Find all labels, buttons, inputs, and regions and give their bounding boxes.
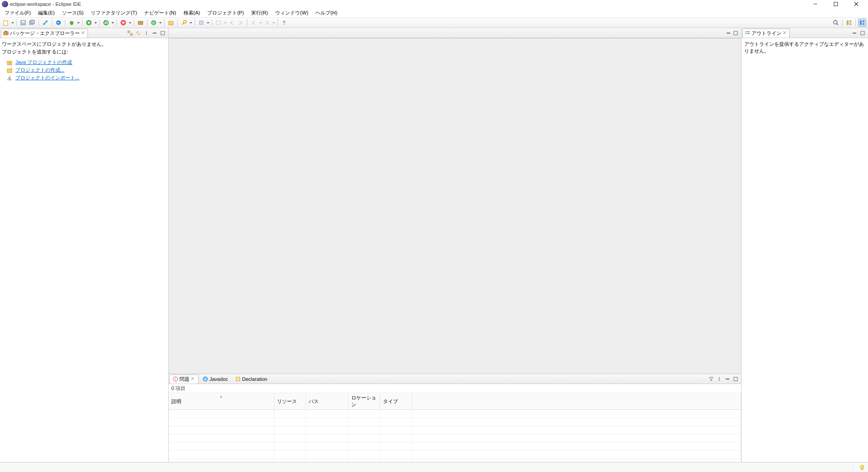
outline-maximize-button[interactable] <box>859 29 866 37</box>
pe-link-create-java-label[interactable]: Java プロジェクトの作成 <box>15 59 72 66</box>
open-perspective-button[interactable] <box>845 19 853 27</box>
menu-edit[interactable]: 編集(E) <box>34 9 58 17</box>
pin-button[interactable] <box>280 19 288 27</box>
pe-link-editor-button[interactable] <box>135 29 142 37</box>
pe-link-create-java[interactable]: J Java プロジェクトの作成 <box>6 59 166 66</box>
build-button[interactable] <box>54 19 63 27</box>
outline-close-icon[interactable] <box>783 31 787 35</box>
problems-table[interactable]: 説明▴ リソース パス ロケーション タイプ <box>169 393 741 462</box>
run-button[interactable] <box>85 19 93 27</box>
editor-minimize-button[interactable] <box>725 29 732 37</box>
problems-filter-button[interactable] <box>708 375 715 383</box>
coverage-button[interactable] <box>102 19 110 27</box>
outline-minimize-button[interactable] <box>851 29 858 37</box>
back-button[interactable] <box>250 19 258 27</box>
pe-link-import-project[interactable]: プロジェクトのインポート... <box>6 74 166 81</box>
package-explorer-tab[interactable]: パッケージ・エクスプローラー <box>1 29 88 38</box>
editor-area[interactable] <box>169 38 741 374</box>
save-button[interactable] <box>19 19 27 27</box>
pe-link-create-project[interactable]: プロジェクトの作成... <box>6 67 166 73</box>
svg-rect-57 <box>745 31 747 32</box>
svg-rect-56 <box>734 377 737 381</box>
tip-of-day-icon[interactable] <box>859 464 865 471</box>
problems-minimize-button[interactable] <box>724 375 731 383</box>
svg-rect-28 <box>860 20 862 25</box>
new-button[interactable] <box>2 19 10 27</box>
tab-declaration[interactable]: Declaration <box>232 375 271 383</box>
svg-rect-55 <box>726 379 729 380</box>
menu-project[interactable]: プロジェクト(P) <box>204 9 247 17</box>
menu-file[interactable]: ファイル(F) <box>1 9 34 17</box>
outline-tab[interactable]: アウトライン <box>742 29 790 38</box>
svg-point-43 <box>10 68 12 70</box>
svg-rect-13 <box>105 22 106 24</box>
svg-point-36 <box>146 33 147 34</box>
forward-dropdown[interactable] <box>272 21 275 25</box>
declaration-icon <box>235 376 241 382</box>
nav-annotation-dropdown[interactable] <box>223 21 227 25</box>
nav-annotation-button[interactable] <box>214 19 223 27</box>
pe-view-menu-button[interactable] <box>143 29 150 37</box>
package-explorer-close-icon[interactable] <box>81 31 86 35</box>
col-description[interactable]: 説明▴ <box>169 393 274 410</box>
tab-javadoc[interactable]: @ Javadoc <box>199 375 231 383</box>
menu-navigate[interactable]: ナビゲート(N) <box>141 9 179 17</box>
new-class-dropdown[interactable] <box>159 21 162 25</box>
bottom-panel: ! 問題 @ Javadoc Declaration <box>169 374 741 462</box>
window-maximize-button[interactable] <box>825 0 846 8</box>
toggle-button[interactable] <box>197 19 205 27</box>
menu-run[interactable]: 実行(R) <box>247 9 272 17</box>
quick-access-search-button[interactable] <box>832 19 840 27</box>
tab-problems[interactable]: ! 問題 <box>170 375 199 384</box>
new-dropdown[interactable] <box>11 21 14 25</box>
new-project-icon <box>6 67 13 73</box>
toggle-dropdown[interactable] <box>206 21 209 25</box>
forward-button[interactable] <box>263 19 271 27</box>
pe-link-import-project-label[interactable]: プロジェクトのインポート... <box>15 74 79 81</box>
new-package-button[interactable] <box>136 19 145 27</box>
svg-rect-64 <box>861 469 863 470</box>
new-class-button[interactable]: C <box>150 19 158 27</box>
pe-collapse-all-button[interactable] <box>126 29 134 37</box>
save-all-button[interactable] <box>28 19 36 27</box>
prev-annotation-button[interactable] <box>228 19 236 27</box>
next-annotation-button[interactable] <box>237 19 245 27</box>
open-type-button[interactable] <box>167 19 175 27</box>
col-location[interactable]: ロケーション <box>348 393 380 410</box>
external-dropdown[interactable] <box>128 21 131 25</box>
window-close-button[interactable] <box>846 0 866 8</box>
menu-help[interactable]: ヘルプ(H) <box>312 9 341 17</box>
pe-maximize-button[interactable] <box>159 29 166 37</box>
search-task-dropdown[interactable] <box>189 21 192 25</box>
tab-problems-close-icon[interactable] <box>191 377 195 381</box>
svg-rect-26 <box>849 20 851 22</box>
back-dropdown[interactable] <box>259 21 262 25</box>
problems-maximize-button[interactable] <box>732 375 739 383</box>
java-perspective-button[interactable] <box>858 19 866 27</box>
run-dropdown[interactable] <box>94 21 97 25</box>
table-row <box>169 426 741 434</box>
svg-text:C: C <box>152 21 155 25</box>
pe-link-create-project-label[interactable]: プロジェクトの作成... <box>15 67 64 73</box>
col-type[interactable]: タイプ <box>380 393 412 410</box>
svg-rect-29 <box>863 20 864 22</box>
problems-view-menu-button[interactable] <box>716 375 723 383</box>
window-minimize-button[interactable] <box>805 0 825 8</box>
external-button[interactable] <box>119 19 127 27</box>
pe-minimize-button[interactable] <box>151 29 158 37</box>
debug-dropdown[interactable] <box>77 21 80 25</box>
menu-search[interactable]: 検索(A) <box>180 9 204 17</box>
svg-rect-33 <box>128 31 130 33</box>
menu-refactor[interactable]: リファクタリング(T) <box>87 9 141 17</box>
link-button[interactable] <box>41 19 49 27</box>
search-task-button[interactable] <box>180 19 188 27</box>
debug-button[interactable] <box>68 19 76 27</box>
main-menu-bar: ファイル(F) 編集(E) ソース(S) リファクタリング(T) ナビゲート(N… <box>0 8 868 17</box>
workbench: パッケージ・エクスプローラー ワークスペースにプロジェクトがありません。 プロジ… <box>0 28 868 462</box>
menu-source[interactable]: ソース(S) <box>58 9 87 17</box>
editor-maximize-button[interactable] <box>732 29 739 37</box>
col-resource[interactable]: リソース <box>274 393 305 410</box>
menu-window[interactable]: ウィンドウ(W) <box>272 9 312 17</box>
coverage-dropdown[interactable] <box>111 21 114 25</box>
col-path[interactable]: パス <box>305 393 348 410</box>
